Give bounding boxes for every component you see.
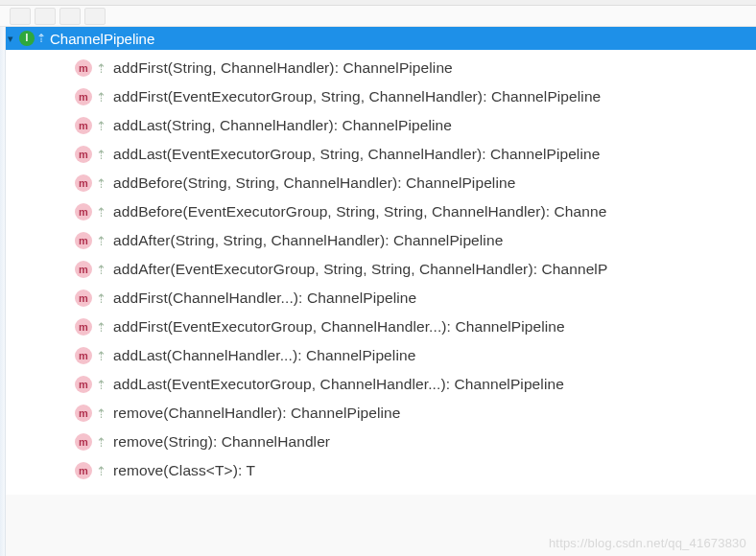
method-signature-label: addAfter(EventExecutorGroup, String, Str… <box>113 261 607 278</box>
abstract-indicator-icon: ⇡ <box>96 61 107 76</box>
method-row[interactable]: m⇡addFirst(EventExecutorGroup, ChannelHa… <box>0 313 756 341</box>
method-signature-label: addFirst(EventExecutorGroup, String, Cha… <box>113 88 601 105</box>
method-icon: m <box>75 59 92 77</box>
method-signature-label: remove(String): ChannelHandler <box>113 433 330 451</box>
toolbar-button[interactable] <box>35 8 56 25</box>
method-icon: m <box>75 376 92 393</box>
left-gutter <box>0 27 6 556</box>
method-row[interactable]: m⇡addFirst(ChannelHandler...): ChannelPi… <box>0 284 756 313</box>
abstract-indicator-icon: ⇡ <box>96 320 107 335</box>
method-icon: m <box>75 88 92 105</box>
method-row[interactable]: m⇡addBefore(EventExecutorGroup, String, … <box>0 197 756 226</box>
abstract-indicator-icon: ⇡ <box>96 205 107 220</box>
interface-icon: I <box>19 31 35 46</box>
abstract-indicator-icon: ⇡ <box>96 263 107 277</box>
abstract-indicator-icon: ⇡ <box>96 234 107 248</box>
abstract-indicator-icon: ⇡ <box>96 119 107 133</box>
method-icon: m <box>75 117 92 134</box>
method-row[interactable]: m⇡addFirst(String, ChannelHandler): Chan… <box>0 54 756 82</box>
method-signature-label: addFirst(EventExecutorGroup, ChannelHand… <box>113 318 565 336</box>
method-icon: m <box>75 405 92 422</box>
tree-node-header[interactable]: ▾ I ⇡ ChannelPipeline <box>0 27 756 50</box>
abstract-indicator-icon: ⇡ <box>96 176 107 191</box>
method-signature-label: addFirst(ChannelHandler...): ChannelPipe… <box>113 290 416 307</box>
method-row[interactable]: m⇡remove(Class<T>): T <box>0 456 756 485</box>
method-icon: m <box>75 261 92 278</box>
method-icon: m <box>75 433 92 451</box>
method-signature-label: remove(ChannelHandler): ChannelPipeline <box>113 405 400 422</box>
abstract-indicator-icon: ⇡ <box>96 464 107 478</box>
toolbar-button[interactable] <box>59 8 81 25</box>
abstract-indicator-icon: ⇡ <box>96 406 107 421</box>
abstract-indicator-icon: ⇡ <box>96 349 107 363</box>
toolbar <box>0 6 756 27</box>
abstract-indicator-icon: ⇡ <box>96 291 107 306</box>
method-icon: m <box>75 174 92 192</box>
structure-tree: m⇡addFirst(String, ChannelHandler): Chan… <box>0 50 756 495</box>
method-signature-label: addLast(ChannelHandler...): ChannelPipel… <box>113 347 415 364</box>
method-signature-label: addLast(EventExecutorGroup, ChannelHandl… <box>113 376 564 393</box>
method-icon: m <box>75 203 92 220</box>
method-signature-label: addBefore(EventExecutorGroup, String, St… <box>113 203 606 220</box>
abstract-indicator-icon: ⇡ <box>96 148 107 162</box>
method-signature-label: addFirst(String, ChannelHandler): Channe… <box>113 59 453 77</box>
method-row[interactable]: m⇡addFirst(EventExecutorGroup, String, C… <box>0 82 756 111</box>
toolbar-button[interactable] <box>10 8 31 25</box>
method-signature-label: addLast(EventExecutorGroup, String, Chan… <box>113 146 600 163</box>
abstract-indicator-icon: ⇡ <box>96 90 107 104</box>
method-row[interactable]: m⇡addLast(EventExecutorGroup, ChannelHan… <box>0 370 756 399</box>
method-icon: m <box>75 462 92 479</box>
method-icon: m <box>75 232 92 249</box>
method-row[interactable]: m⇡addLast(String, ChannelHandler): Chann… <box>0 111 756 140</box>
method-row[interactable]: m⇡addAfter(EventExecutorGroup, String, S… <box>0 255 756 284</box>
method-row[interactable]: m⇡remove(String): ChannelHandler <box>0 428 756 456</box>
expand-caret-icon[interactable]: ▾ <box>4 33 17 45</box>
method-signature-label: remove(Class<T>): T <box>113 462 255 479</box>
class-name-label: ChannelPipeline <box>50 31 154 47</box>
method-row[interactable]: m⇡remove(ChannelHandler): ChannelPipelin… <box>0 399 756 428</box>
abstract-indicator-icon: ⇡ <box>96 378 107 392</box>
watermark-text: https://blog.csdn.net/qq_41673830 <box>549 536 746 550</box>
method-icon: m <box>75 318 92 336</box>
method-row[interactable]: m⇡addLast(ChannelHandler...): ChannelPip… <box>0 341 756 370</box>
method-icon: m <box>75 146 92 163</box>
abstract-indicator-icon: ⇡ <box>36 32 46 45</box>
method-icon: m <box>75 290 92 307</box>
method-row[interactable]: m⇡addLast(EventExecutorGroup, String, Ch… <box>0 140 756 169</box>
toolbar-button[interactable] <box>84 8 106 25</box>
method-signature-label: addBefore(String, String, ChannelHandler… <box>113 174 515 192</box>
method-row[interactable]: m⇡addBefore(String, String, ChannelHandl… <box>0 169 756 197</box>
abstract-indicator-icon: ⇡ <box>96 435 107 450</box>
method-row[interactable]: m⇡addAfter(String, String, ChannelHandle… <box>0 226 756 255</box>
method-icon: m <box>75 347 92 364</box>
method-signature-label: addLast(String, ChannelHandler): Channel… <box>113 117 452 134</box>
method-signature-label: addAfter(String, String, ChannelHandler)… <box>113 232 503 249</box>
